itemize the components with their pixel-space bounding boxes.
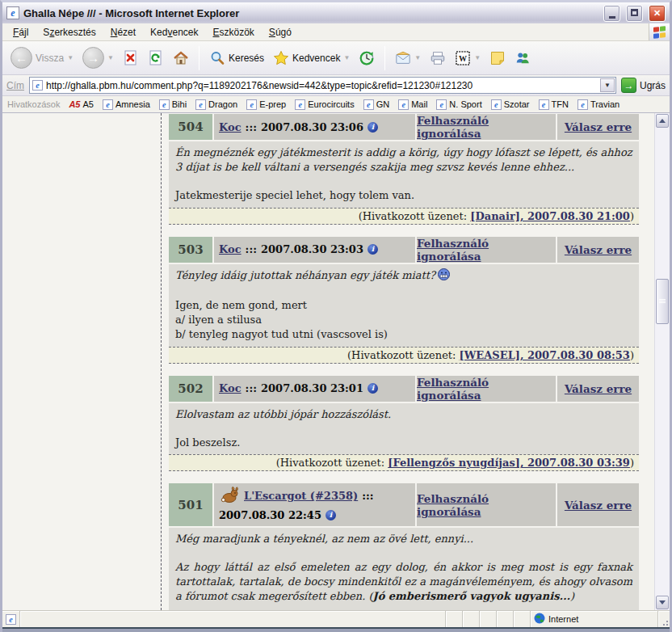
- reply-link[interactable]: Válasz erre: [565, 243, 632, 256]
- favorites-button[interactable]: Kedvencek ▼: [270, 48, 353, 68]
- info-icon[interactable]: i: [368, 122, 378, 133]
- home-icon: [173, 50, 189, 66]
- post-body: Elolvastam az utóbbi jópár hozzászólást.…: [169, 403, 639, 455]
- link-item-szotar[interactable]: eSzotar: [491, 99, 530, 110]
- menu-help[interactable]: Súgó: [262, 24, 299, 40]
- link-item-amnesia[interactable]: eAmnesia: [103, 99, 150, 110]
- search-button[interactable]: Keresés: [206, 48, 267, 68]
- maximize-button[interactable]: [626, 5, 643, 22]
- menu-view[interactable]: Nézet: [103, 24, 143, 40]
- scroll-up-button[interactable]: [656, 114, 669, 128]
- forum-post-504: 504 Koc ::: 2007.08.30 23:06 i Felhaszná…: [169, 114, 639, 225]
- home-button[interactable]: [170, 48, 192, 68]
- post-number: 504: [169, 114, 212, 140]
- messenger-button[interactable]: [511, 48, 534, 68]
- menu-edit[interactable]: Szerkesztés: [36, 24, 103, 40]
- author-link[interactable]: Koc: [219, 121, 242, 133]
- ignore-user-link[interactable]: Felhasználó ignorálása: [417, 114, 556, 140]
- back-button[interactable]: ← Vissza ▼: [7, 45, 77, 70]
- menu-favorites[interactable]: Kedvencek: [143, 24, 205, 40]
- reply-cell: Válasz erre: [557, 237, 639, 263]
- quoted-text: Még maradjunk a tényeknél, az nem az övé…: [175, 532, 632, 546]
- post-body: Tényleg idáig jutottak néhányan egy játé…: [169, 264, 639, 347]
- discuss-button[interactable]: [486, 48, 509, 68]
- page-icon: e: [32, 80, 43, 91]
- forward-button[interactable]: → ▼: [79, 45, 117, 70]
- link-item-travian[interactable]: eTravian: [578, 99, 620, 110]
- post-author-cell: L'Escargot (#2358) ::: 2007.08.30 22:45 …: [214, 483, 415, 526]
- ie-favicon-icon: e: [398, 99, 409, 110]
- reply-link[interactable]: Válasz erre: [565, 382, 632, 395]
- go-button[interactable]: → Ugrás: [621, 78, 666, 93]
- ie-favicon-icon: e: [103, 99, 113, 110]
- menu-bar: Fájl Szerkesztés Nézet Kedvencek Eszközö…: [2, 23, 670, 41]
- link-item-nsport[interactable]: eN. Sport: [436, 99, 481, 110]
- ie-favicon-icon: e: [539, 99, 549, 110]
- refresh-button[interactable]: [145, 48, 167, 68]
- link-item-eurocircuits[interactable]: eEurocircuits: [295, 99, 354, 110]
- author-link[interactable]: L'Escargot (#2358): [244, 490, 358, 502]
- back-dropdown-icon[interactable]: ▼: [67, 54, 74, 61]
- a5-logo-icon: A5: [69, 99, 80, 109]
- address-dropdown-button[interactable]: ▼: [600, 78, 615, 92]
- ignore-user-link[interactable]: Felhasználó ignorálása: [417, 376, 556, 402]
- title-bar[interactable]: e Ghalla Népe /// - Microsoft Internet E…: [2, 2, 670, 23]
- forum-post-501: 501 L'Escargot (#2358) ::: 2007.08.30 22…: [169, 483, 639, 610]
- ignore-user-link[interactable]: Felhasználó ignorálása: [417, 492, 556, 518]
- forum-post-503: 503 Koc ::: 2007.08.30 23:03 i Felhaszná…: [169, 237, 639, 364]
- referenced-message-link[interactable]: [Fellengzős nyugdíjas], 2007.08.30 03:39: [388, 457, 630, 469]
- globe-icon: [534, 613, 545, 626]
- history-button[interactable]: [355, 48, 378, 68]
- referenced-message-link[interactable]: [WEASEL], 2007.08.30 08:53: [460, 349, 630, 361]
- quoted-text: Tényleg idáig jutottak néhányan egy játé…: [175, 268, 632, 284]
- history-icon: [359, 50, 375, 66]
- link-item-bihi[interactable]: eBihi: [159, 99, 187, 110]
- author-link[interactable]: Koc: [219, 243, 242, 255]
- ignore-user-cell: Felhasználó ignorálása: [417, 376, 556, 402]
- grin-smiley-icon: [438, 268, 450, 284]
- stop-button[interactable]: [120, 48, 142, 68]
- svg-text:W: W: [459, 54, 467, 63]
- reply-link[interactable]: Válasz erre: [565, 499, 632, 512]
- edit-dropdown-icon[interactable]: ▼: [474, 54, 481, 61]
- link-item-dragon[interactable]: eDragon: [195, 99, 237, 110]
- referenced-message-link[interactable]: [Danair], 2007.08.30 21:00: [470, 210, 630, 222]
- resize-grip[interactable]: [658, 611, 670, 627]
- forum-thread: 504 Koc ::: 2007.08.30 23:06 i Felhaszná…: [169, 113, 639, 610]
- ie-favicon-icon: e: [363, 99, 374, 110]
- standard-toolbar: ← Vissza ▼ → ▼ Keresés: [2, 41, 670, 75]
- info-icon[interactable]: i: [326, 510, 336, 520]
- address-url[interactable]: http://ghalla.pbm.hu/comment.php?q=11892…: [46, 80, 597, 91]
- rabbit-avatar-icon: [219, 486, 240, 506]
- menu-file[interactable]: Fájl: [6, 24, 36, 40]
- info-icon[interactable]: i: [368, 383, 378, 394]
- vertical-scrollbar[interactable]: [654, 113, 670, 610]
- info-icon[interactable]: i: [368, 244, 378, 255]
- status-page-icon-pane: e: [2, 611, 20, 627]
- author-link[interactable]: Koc: [219, 382, 242, 394]
- edit-button[interactable]: W ▼: [452, 48, 484, 68]
- quoted-text: Én megnéznék egy játékmesterit is addig …: [175, 145, 632, 175]
- menu-tools[interactable]: Eszközök: [205, 24, 261, 40]
- mail-dropdown-icon[interactable]: ▼: [414, 54, 421, 61]
- scrollbar-thumb[interactable]: [656, 279, 669, 324]
- links-bar: Hivatkozások A5A5 eAmnesia eBihi eDragon…: [2, 96, 670, 113]
- link-item-eprep[interactable]: eE-prep: [246, 99, 286, 110]
- favorites-dropdown-icon[interactable]: ▼: [343, 54, 350, 61]
- ignore-user-link[interactable]: Felhasználó ignorálása: [417, 237, 556, 263]
- reply-link[interactable]: Válasz erre: [565, 120, 632, 133]
- link-item-gn[interactable]: eGN: [363, 99, 390, 110]
- scroll-down-button[interactable]: [656, 596, 669, 609]
- edit-icon: W: [455, 50, 471, 66]
- forward-dropdown-icon[interactable]: ▼: [107, 54, 114, 61]
- quoted-text: Elolvastam az utóbbi jópár hozzászólást.: [175, 407, 632, 422]
- mail-button[interactable]: ▼: [392, 48, 424, 68]
- print-button[interactable]: [426, 48, 449, 68]
- address-input[interactable]: e http://ghalla.pbm.hu/comment.php?q=118…: [29, 77, 616, 94]
- close-button[interactable]: ✕: [649, 5, 666, 22]
- link-item-a5[interactable]: A5A5: [69, 99, 94, 109]
- ignore-user-cell: Felhasználó ignorálása: [417, 483, 556, 526]
- minimize-button[interactable]: [603, 5, 620, 22]
- link-item-tfn[interactable]: eTFN: [539, 99, 569, 110]
- link-item-mail[interactable]: eMail: [398, 99, 427, 110]
